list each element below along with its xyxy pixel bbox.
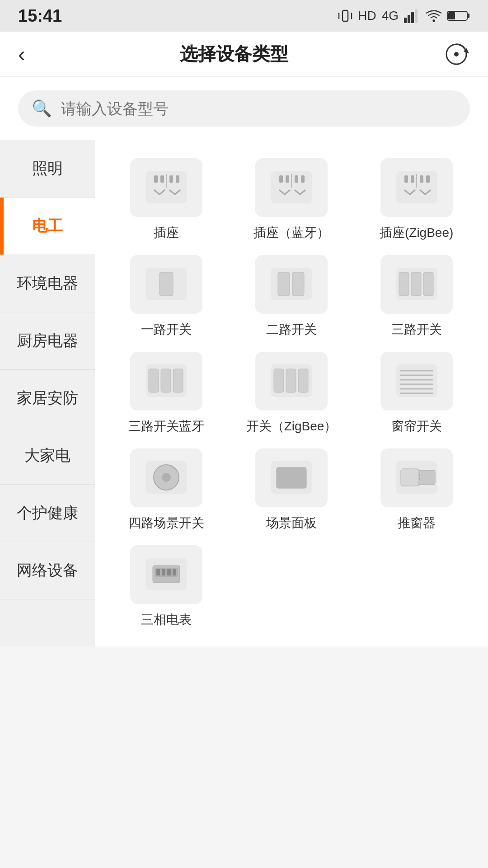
switch1-icon-bg — [130, 255, 202, 314]
signal-icon — [404, 9, 420, 23]
scene4-label: 四路场景开关 — [128, 514, 204, 532]
sidebar-item-health[interactable]: 个护健康 — [0, 485, 95, 542]
battery-icon: 37 — [447, 9, 470, 22]
svg-rect-28 — [404, 175, 408, 183]
pusher-icon-bg — [380, 448, 453, 507]
device-switch3-bt[interactable]: 三路开关蓝牙 — [108, 352, 225, 435]
refresh-icon — [444, 42, 469, 67]
socket-label: 插座 — [154, 224, 179, 241]
svg-rect-66 — [401, 469, 419, 486]
svg-rect-0 — [343, 10, 348, 21]
switch1-svg — [141, 264, 191, 305]
svg-rect-48 — [286, 369, 296, 392]
switch2-label: 二路开关 — [266, 321, 317, 338]
switch2-icon-bg — [255, 255, 328, 314]
svg-point-13 — [454, 52, 459, 57]
curtain-svg — [392, 361, 441, 401]
switch2-svg — [267, 264, 316, 305]
device-curtain-switch[interactable]: 窗帘开关 — [358, 352, 474, 435]
svg-rect-22 — [279, 175, 283, 183]
svg-rect-63 — [418, 470, 435, 485]
svg-point-7 — [432, 19, 435, 22]
hd-badge: HD — [358, 9, 376, 23]
device-panel[interactable]: 场景面板 — [234, 448, 350, 532]
svg-rect-73 — [173, 569, 176, 576]
device-switch2[interactable]: 二路开关 — [234, 255, 350, 338]
svg-rect-50 — [396, 364, 437, 397]
svg-rect-3 — [404, 18, 407, 23]
socket-bt-label: 插座（蓝牙） — [253, 224, 329, 241]
device-scene4[interactable]: 四路场景开关 — [108, 448, 225, 532]
meter-label: 三相电表 — [141, 611, 192, 628]
scene4-icon-bg — [130, 448, 202, 507]
svg-rect-39 — [399, 272, 409, 296]
page-title: 选择设备类型 — [180, 42, 288, 66]
socket-bt-icon-bg — [255, 158, 328, 217]
curtain-label: 窗帘开关 — [391, 418, 442, 435]
svg-rect-4 — [408, 15, 410, 23]
socket-icon-bg — [130, 158, 202, 217]
switch1-label: 一路开关 — [141, 321, 192, 338]
svg-rect-31 — [420, 175, 423, 183]
refresh-button[interactable] — [443, 41, 470, 68]
svg-point-59 — [162, 473, 171, 482]
switch3-svg — [392, 264, 441, 305]
device-pusher[interactable]: 推窗器 — [358, 448, 474, 532]
svg-rect-29 — [411, 175, 414, 183]
switch-zigbee-svg — [267, 361, 316, 401]
panel-icon-bg — [255, 448, 328, 507]
sidebar-item-electrical[interactable]: 电工 — [0, 198, 95, 255]
switch3bt-svg — [141, 361, 191, 401]
switch-zigbee-icon-bg — [255, 352, 328, 410]
svg-rect-17 — [160, 175, 164, 183]
svg-rect-61 — [277, 467, 306, 488]
svg-rect-26 — [301, 175, 305, 183]
device-socket-bt[interactable]: 插座（蓝牙） — [234, 158, 350, 241]
svg-rect-6 — [415, 9, 418, 23]
device-switch3[interactable]: 三路开关 — [358, 255, 474, 338]
sidebar-item-major[interactable]: 大家电 — [0, 427, 95, 485]
sidebar-item-kitchen[interactable]: 厨房电器 — [0, 312, 95, 370]
device-socket-zigbee[interactable]: 插座(ZigBee) — [358, 158, 474, 241]
device-switch-zigbee[interactable]: 开关（ZigBee） — [234, 352, 350, 435]
network-4g: 4G — [382, 9, 399, 23]
scene4-svg — [141, 458, 191, 498]
wifi-icon — [426, 9, 442, 23]
socket-zigbee-svg — [392, 167, 441, 208]
curtain-icon-bg — [380, 352, 453, 410]
sidebar-item-security[interactable]: 家居安防 — [0, 370, 95, 427]
search-bar: 🔍 — [18, 90, 470, 127]
svg-rect-25 — [295, 175, 298, 183]
svg-rect-5 — [411, 12, 414, 23]
sidebar-item-network[interactable]: 网络设备 — [0, 542, 95, 599]
switch3bt-label: 三路开关蓝牙 — [128, 418, 204, 435]
device-grid-container: 插座 插座（蓝牙） — [95, 140, 488, 646]
switch-zigbee-label: 开关（ZigBee） — [246, 418, 337, 435]
svg-rect-16 — [154, 175, 158, 183]
svg-rect-10 — [467, 14, 469, 18]
svg-rect-23 — [286, 175, 289, 183]
switch3-label: 三路开关 — [391, 321, 442, 338]
sidebar-item-lighting[interactable]: 照明 — [0, 140, 95, 198]
svg-rect-41 — [423, 272, 433, 296]
pusher-svg — [392, 458, 441, 498]
device-switch1[interactable]: 一路开关 — [108, 255, 225, 338]
search-icon: 🔍 — [32, 99, 52, 118]
panel-svg — [267, 458, 316, 498]
svg-rect-43 — [149, 369, 159, 392]
svg-rect-47 — [274, 369, 284, 392]
meter-icon-bg — [130, 545, 202, 604]
device-meter[interactable]: 三相电表 — [108, 545, 225, 628]
device-socket[interactable]: 插座 — [108, 158, 225, 241]
socket-zigbee-icon-bg — [380, 158, 453, 217]
back-button[interactable]: ‹ — [18, 42, 25, 66]
svg-rect-37 — [292, 272, 304, 296]
device-grid: 插座 插座（蓝牙） — [108, 149, 474, 637]
status-icons: HD 4G 37 — [338, 9, 470, 23]
sidebar: 照明 电工 环境电器 厨房电器 家居安防 大家电 个护健康 网络设备 — [0, 140, 95, 646]
search-input[interactable] — [61, 100, 456, 118]
svg-rect-49 — [298, 369, 308, 392]
svg-rect-40 — [411, 272, 421, 296]
search-container: 🔍 — [0, 77, 488, 140]
sidebar-item-env[interactable]: 环境电器 — [0, 255, 95, 312]
